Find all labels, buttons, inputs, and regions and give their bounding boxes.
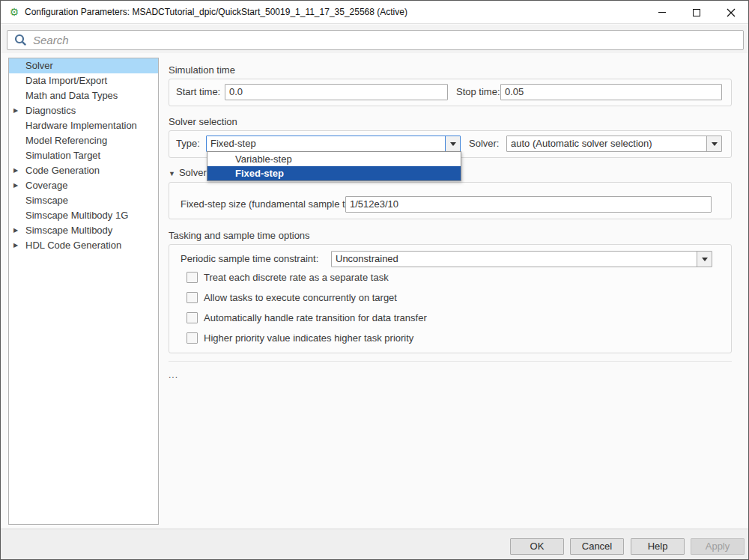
type-combobox-arrow-button[interactable]	[445, 136, 460, 151]
simulink-gear-icon: ⚙	[8, 6, 20, 18]
checkbox-label[interactable]: Higher priority value indicates higher t…	[204, 332, 413, 344]
apply-button[interactable]: Apply	[691, 538, 745, 555]
expand-arrow-icon[interactable]: ▶	[13, 163, 22, 178]
ok-button[interactable]: OK	[510, 538, 564, 555]
simulation-time-title: Simulation time	[169, 64, 235, 76]
sidebar-item-label: Model Referencing	[25, 135, 107, 146]
checkbox-label[interactable]: Treat each discrete rate as a separate t…	[204, 272, 389, 283]
category-tree: Solver Data Import/Export Math and Data …	[8, 58, 159, 525]
tasking-title: Tasking and sample time options	[169, 230, 310, 241]
checkbox-row-concurrent-tasks: Allow tasks to execute concurrently on t…	[187, 291, 397, 303]
sidebar-item-solver[interactable]: Solver	[9, 58, 158, 73]
window-title: Configuration Parameters: MSADCTutorial_…	[25, 7, 407, 17]
close-icon	[727, 8, 736, 17]
solver-label: Solver:	[469, 136, 499, 152]
higher-priority-checkbox[interactable]	[187, 332, 198, 344]
sidebar-item-hdl-code-generation[interactable]: ▶HDL Code Generation	[9, 238, 158, 253]
expand-arrow-icon[interactable]: ▶	[13, 223, 22, 238]
fixed-step-size-label: Fixed-step size (fundamental sample time…	[181, 196, 367, 213]
sidebar-item-label: Simulation Target	[25, 150, 100, 161]
expand-arrow-icon[interactable]: ▶	[13, 238, 22, 253]
sidebar-item-data-import-export[interactable]: Data Import/Export	[9, 73, 158, 88]
sidebar-item-label: Solver	[25, 60, 53, 71]
sidebar-item-math-and-data-types[interactable]: Math and Data Types	[9, 88, 158, 103]
solver-selection-title: Solver selection	[169, 116, 237, 127]
periodic-sample-time-constraint-label: Periodic sample time constraint:	[181, 251, 318, 267]
checkbox-row-rate-transition: Automatically handle rate transition for…	[187, 311, 427, 323]
checkbox-label[interactable]: Automatically handle rate transition for…	[204, 312, 427, 323]
checkbox-row-task-priority: Higher priority value indicates higher t…	[187, 332, 413, 344]
solver-details-section-toggle[interactable]: ▼Solver	[169, 167, 207, 178]
start-time-input[interactable]: 0.0	[225, 84, 448, 100]
sidebar-item-label: Diagnostics	[25, 105, 76, 116]
sidebar-item-coverage[interactable]: ▶Coverage	[9, 178, 158, 193]
minimize-button[interactable]	[645, 1, 679, 24]
maximize-icon	[693, 9, 700, 16]
checkbox-row-separate-task: Treat each discrete rate as a separate t…	[187, 271, 389, 283]
fixed-step-size-input[interactable]: 1/512e3/10	[345, 196, 712, 213]
type-combobox[interactable]: Fixed-step	[206, 136, 461, 152]
expand-arrow-icon[interactable]: ▶	[13, 178, 22, 193]
sidebar-item-simscape-multibody-1g[interactable]: Simscape Multibody 1G	[9, 208, 158, 223]
sidebar-item-label: Code Generation	[25, 165, 100, 176]
stop-time-label: Stop time:	[456, 84, 500, 100]
collapse-arrow-icon: ▼	[169, 170, 175, 177]
sidebar-item-simulation-target[interactable]: Simulation Target	[9, 148, 158, 163]
stop-time-input[interactable]: 0.05	[500, 84, 722, 100]
help-button[interactable]: Help	[631, 538, 685, 555]
sidebar-item-label: Simscape Multibody 1G	[25, 210, 128, 221]
title-bar: ⚙ Configuration Parameters: MSADCTutoria…	[1, 1, 748, 24]
search-icon	[14, 34, 27, 46]
solver-combobox-arrow-button[interactable]	[706, 136, 721, 151]
search-row: Search	[1, 25, 748, 53]
expand-arrow-icon[interactable]: ▶	[13, 103, 22, 118]
sidebar-item-label: HDL Code Generation	[25, 240, 121, 251]
solver-details-header-label: Solver	[179, 167, 207, 178]
sidebar-item-simscape-multibody[interactable]: ▶Simscape Multibody	[9, 223, 158, 238]
constraint-combobox-arrow-button[interactable]	[697, 252, 712, 267]
auto-rate-transition-checkbox[interactable]	[187, 312, 198, 323]
dropdown-option-variable-step[interactable]: Variable-step	[207, 152, 461, 166]
footer-button-bar: OK Cancel Help Apply	[1, 529, 748, 559]
section-divider	[169, 361, 732, 362]
cancel-button[interactable]: Cancel	[570, 538, 624, 555]
dropdown-option-fixed-step[interactable]: Fixed-step	[207, 166, 461, 180]
solver-combobox[interactable]: auto (Automatic solver selection)	[506, 136, 722, 152]
sidebar-item-label: Math and Data Types	[25, 90, 118, 101]
search-placeholder: Search	[33, 34, 69, 46]
configuration-parameters-dialog: ⚙ Configuration Parameters: MSADCTutoria…	[0, 0, 749, 560]
chevron-down-icon	[712, 142, 718, 146]
sidebar-item-simscape[interactable]: Simscape	[9, 193, 158, 208]
sidebar-item-hardware-implementation[interactable]: Hardware Implementation	[9, 118, 158, 133]
sidebar-item-label: Simscape Multibody	[25, 225, 112, 236]
sidebar-item-diagnostics[interactable]: ▶Diagnostics	[9, 103, 158, 118]
type-label: Type:	[176, 136, 200, 152]
truncated-content-indicator: ...	[169, 370, 178, 380]
close-button[interactable]	[714, 1, 748, 24]
solver-combobox-value: auto (Automatic solver selection)	[507, 136, 706, 151]
sidebar-item-label: Hardware Implementation	[25, 120, 137, 131]
sidebar-item-label: Simscape	[25, 195, 68, 206]
minimize-icon	[658, 12, 666, 13]
treat-discrete-rate-checkbox[interactable]	[187, 272, 198, 283]
sidebar-item-model-referencing[interactable]: Model Referencing	[9, 133, 158, 148]
chevron-down-icon	[450, 142, 456, 146]
type-dropdown-popup: Variable-step Fixed-step	[207, 151, 461, 181]
start-time-label: Start time:	[176, 84, 220, 100]
type-combobox-value: Fixed-step	[207, 136, 445, 151]
sidebar-item-code-generation[interactable]: ▶Code Generation	[9, 163, 158, 178]
sidebar-item-label: Coverage	[25, 180, 67, 191]
checkbox-label[interactable]: Allow tasks to execute concurrently on t…	[204, 292, 397, 303]
maximize-button[interactable]	[679, 1, 714, 24]
constraint-combobox-value: Unconstrained	[332, 252, 697, 267]
search-input[interactable]: Search	[7, 30, 744, 50]
periodic-sample-time-constraint-combobox[interactable]: Unconstrained	[331, 251, 712, 267]
sidebar-item-label: Data Import/Export	[25, 75, 107, 86]
chevron-down-icon	[702, 258, 708, 261]
allow-concurrent-tasks-checkbox[interactable]	[187, 292, 198, 303]
